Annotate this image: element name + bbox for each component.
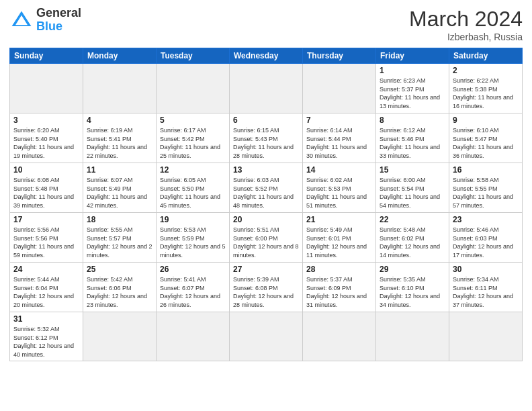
week-row-1: 1 Sunrise: 6:23 AM Sunset: 5:37 PM Dayli… (10, 64, 523, 113)
empty-cell (83, 64, 157, 113)
day-23: 23 Sunrise: 5:46 AMSunset: 6:03 PMDaylig… (449, 213, 523, 263)
header-wednesday: Wednesday (230, 48, 303, 64)
day-3: 3 Sunrise: 6:20 AMSunset: 5:40 PMDayligh… (10, 113, 83, 163)
week-row-4: 17 Sunrise: 5:56 AMSunset: 5:56 PMDaylig… (10, 213, 523, 263)
day-number-2: 2 (453, 66, 519, 75)
header-monday: Monday (83, 48, 157, 64)
header-saturday: Saturday (449, 48, 523, 64)
empty-cell (376, 312, 449, 361)
empty-cell (230, 64, 303, 113)
header-thursday: Thursday (303, 48, 376, 64)
day-6: 6 Sunrise: 6:15 AMSunset: 5:43 PMDayligh… (230, 113, 303, 163)
day-9: 9 Sunrise: 6:10 AMSunset: 5:47 PMDayligh… (449, 113, 523, 163)
logo-icon (9, 8, 34, 32)
header-friday: Friday (376, 48, 449, 64)
calendar: Sunday Monday Tuesday Wednesday Thursday… (9, 48, 523, 361)
logo: General Blue (9, 7, 81, 34)
week-row-5: 24 Sunrise: 5:44 AMSunset: 6:04 PMDaylig… (10, 263, 523, 312)
day-8: 8 Sunrise: 6:12 AMSunset: 5:46 PMDayligh… (376, 113, 449, 163)
day-29: 29 Sunrise: 5:35 AMSunset: 6:10 PMDaylig… (376, 263, 449, 312)
day-31: 31 Sunrise: 5:32 AMSunset: 6:12 PMDaylig… (10, 312, 83, 361)
header-tuesday: Tuesday (157, 48, 230, 64)
empty-cell (449, 312, 523, 361)
day-18: 18 Sunrise: 5:55 AMSunset: 5:57 PMDaylig… (83, 213, 157, 263)
empty-cell (230, 312, 303, 361)
day-25: 25 Sunrise: 5:42 AMSunset: 6:06 PMDaylig… (83, 263, 157, 312)
day-7: 7 Sunrise: 6:14 AMSunset: 5:44 PMDayligh… (303, 113, 376, 163)
day-number-1: 1 (380, 66, 445, 75)
day-info-2: Sunrise: 6:22 AM Sunset: 5:38 PM Dayligh… (453, 77, 519, 110)
weekday-header-row: Sunday Monday Tuesday Wednesday Thursday… (10, 48, 523, 64)
day-12: 12 Sunrise: 6:05 AMSunset: 5:50 PMDaylig… (157, 163, 230, 213)
day-24: 24 Sunrise: 5:44 AMSunset: 6:04 PMDaylig… (10, 263, 83, 312)
empty-cell (10, 64, 83, 113)
page: General Blue March 2024 Izberbash, Russi… (0, 0, 532, 411)
day-13: 13 Sunrise: 6:03 AMSunset: 5:52 PMDaylig… (230, 163, 303, 213)
day-21: 21 Sunrise: 5:49 AMSunset: 6:01 PMDaylig… (303, 213, 376, 263)
day-1: 1 Sunrise: 6:23 AM Sunset: 5:37 PM Dayli… (376, 64, 449, 113)
day-16: 16 Sunrise: 5:58 AMSunset: 5:55 PMDaylig… (449, 163, 523, 213)
empty-cell (83, 312, 157, 361)
day-info-1: Sunrise: 6:23 AM Sunset: 5:37 PM Dayligh… (380, 77, 445, 110)
week-row-6: 31 Sunrise: 5:32 AMSunset: 6:12 PMDaylig… (10, 312, 523, 361)
title-block: March 2024 Izberbash, Russia (409, 7, 523, 42)
day-15: 15 Sunrise: 6:00 AMSunset: 5:54 PMDaylig… (376, 163, 449, 213)
day-14: 14 Sunrise: 6:02 AMSunset: 5:53 PMDaylig… (303, 163, 376, 213)
header: General Blue March 2024 Izberbash, Russi… (9, 7, 523, 42)
week-row-3: 10 Sunrise: 6:08 AMSunset: 5:48 PMDaylig… (10, 163, 523, 213)
day-28: 28 Sunrise: 5:37 AMSunset: 6:09 PMDaylig… (303, 263, 376, 312)
day-17: 17 Sunrise: 5:56 AMSunset: 5:56 PMDaylig… (10, 213, 83, 263)
title-month: March 2024 (409, 7, 523, 32)
logo-text: General Blue (36, 7, 81, 34)
day-20: 20 Sunrise: 5:51 AMSunset: 6:00 PMDaylig… (230, 213, 303, 263)
logo-general: General (36, 7, 81, 20)
empty-cell (157, 64, 230, 113)
day-4: 4 Sunrise: 6:19 AMSunset: 5:41 PMDayligh… (83, 113, 157, 163)
day-27: 27 Sunrise: 5:39 AMSunset: 6:08 PMDaylig… (230, 263, 303, 312)
empty-cell (303, 64, 376, 113)
day-22: 22 Sunrise: 5:48 AMSunset: 6:02 PMDaylig… (376, 213, 449, 263)
day-10: 10 Sunrise: 6:08 AMSunset: 5:48 PMDaylig… (10, 163, 83, 213)
day-26: 26 Sunrise: 5:41 AMSunset: 6:07 PMDaylig… (157, 263, 230, 312)
header-sunday: Sunday (10, 48, 83, 64)
day-19: 19 Sunrise: 5:53 AMSunset: 5:59 PMDaylig… (157, 213, 230, 263)
empty-cell (157, 312, 230, 361)
empty-cell (303, 312, 376, 361)
day-30: 30 Sunrise: 5:34 AMSunset: 6:11 PMDaylig… (449, 263, 523, 312)
week-row-2: 3 Sunrise: 6:20 AMSunset: 5:40 PMDayligh… (10, 113, 523, 163)
day-11: 11 Sunrise: 6:07 AMSunset: 5:49 PMDaylig… (83, 163, 157, 213)
logo-blue: Blue (36, 20, 81, 34)
day-5: 5 Sunrise: 6:17 AMSunset: 5:42 PMDayligh… (157, 113, 230, 163)
day-2: 2 Sunrise: 6:22 AM Sunset: 5:38 PM Dayli… (449, 64, 523, 113)
title-location: Izberbash, Russia (409, 32, 523, 42)
